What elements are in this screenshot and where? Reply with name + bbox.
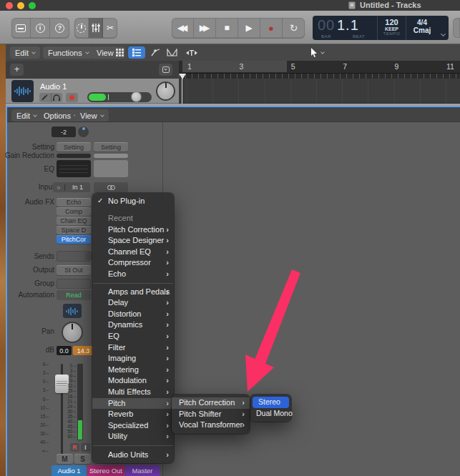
menu-item-filter[interactable]: Filter› <box>92 342 174 354</box>
ch2-setting-button[interactable]: Setting <box>94 142 128 152</box>
gain-knob[interactable] <box>78 127 89 137</box>
crossfade-button[interactable] <box>164 46 180 59</box>
bar-ruler[interactable]: 1357911 <box>179 61 460 79</box>
forward-button[interactable]: ▶▶ <box>194 18 216 38</box>
ch1-output-button[interactable]: St Out <box>57 265 91 275</box>
gain-value[interactable]: -2 <box>52 127 76 137</box>
submenu-arrow-icon: › <box>166 247 169 258</box>
cycle-button[interactable]: ↻ <box>283 18 305 38</box>
fx-slot-comp[interactable]: Comp <box>57 207 91 216</box>
record-button[interactable]: ● <box>260 18 283 38</box>
mixer-button[interactable] <box>89 18 103 38</box>
record-enable-button[interactable] <box>66 93 78 102</box>
ch1-eq-display[interactable] <box>57 160 91 177</box>
play-button[interactable]: ▶ <box>238 18 260 38</box>
list-view-button[interactable] <box>128 46 145 59</box>
menu-item-dynamics[interactable]: Dynamics› <box>92 319 174 331</box>
ch1-setting-button[interactable]: Setting <box>57 142 91 152</box>
snap-mode-button[interactable] <box>183 46 200 59</box>
ch1-input-button[interactable]: ○ In 1 <box>53 182 90 192</box>
submenu-item-pitch-shifter[interactable]: Pitch Shifter› <box>172 409 250 420</box>
fx-slot-pitchcor-selected[interactable]: PitchCor <box>57 235 91 244</box>
playhead-handle[interactable] <box>179 74 186 79</box>
inspector-button[interactable]: i <box>31 18 50 38</box>
solo-strip-button[interactable]: S <box>74 454 91 464</box>
menu-item-metering[interactable]: Metering› <box>92 365 174 376</box>
channel-name-master[interactable]: Master <box>125 465 160 476</box>
close-window-button[interactable] <box>6 2 13 9</box>
lcd-chevron-icon[interactable] <box>441 26 445 39</box>
submenu-item-dual-mono[interactable]: Dual Mono <box>250 408 291 420</box>
add-track-button[interactable]: + <box>10 64 24 76</box>
submenu-item-vocal-transformer[interactable]: Vocal Transformer› <box>172 420 250 431</box>
channel-name-stereo-out[interactable]: Stereo Out <box>87 465 124 476</box>
grid-view-button[interactable] <box>112 46 127 59</box>
submenu-item-stereo-selected[interactable]: Stereo <box>253 397 289 408</box>
menu-item-recent-channel-eq[interactable]: Channel EQ› <box>92 247 174 258</box>
tracks-functions-menu[interactable]: Functions <box>43 46 94 59</box>
track-name: Audio 1 <box>40 82 67 91</box>
peak-db-value[interactable]: 14.3 <box>73 346 94 355</box>
input-monitor-button[interactable]: I <box>81 443 90 452</box>
record-enable-strip-button[interactable]: R <box>70 443 79 452</box>
fx-slot-echo[interactable]: Echo <box>57 198 91 207</box>
pan-knob[interactable] <box>62 322 83 343</box>
menu-item-distortion[interactable]: Distortion› <box>92 309 174 320</box>
ch1-automation-button[interactable]: Read <box>57 290 91 300</box>
ch2-eq-display[interactable] <box>94 160 128 177</box>
menu-item-recent-pitch-correction[interactable]: Pitch Correction› <box>92 224 174 236</box>
rewind-button[interactable]: ◀◀ <box>172 18 194 38</box>
library-button[interactable] <box>11 18 31 38</box>
submenu-item-pitch-correction-highlighted[interactable]: Pitch Correction› <box>172 397 250 409</box>
menu-item-recent-space-designer[interactable]: Space Designer› <box>92 235 174 247</box>
track-pan-knob[interactable] <box>156 81 175 101</box>
input-mode-icon[interactable]: ○ <box>53 184 65 191</box>
stop-button[interactable]: ■ <box>216 18 238 38</box>
mixer-view-menu[interactable]: View <box>75 109 109 122</box>
automation-button[interactable] <box>148 46 162 59</box>
smart-controls-button[interactable] <box>74 18 89 38</box>
lcd-display[interactable]: 00 1.1 BAR BEAT 120 KEEP TEMPO 4/4 Cmaj <box>313 16 449 40</box>
menu-item-recent-echo[interactable]: Echo› <box>92 269 174 280</box>
track-header-audio-1[interactable]: Audio 1 <box>6 79 179 104</box>
menu-item-amps-and-pedals[interactable]: Amps and Pedals› <box>92 287 174 298</box>
menu-item-pitch-highlighted[interactable]: Pitch› <box>92 398 174 410</box>
volume-slider-thumb[interactable] <box>131 91 142 102</box>
waveform-icon <box>14 85 31 97</box>
menu-item-specialized[interactable]: Specialized› <box>92 420 174 432</box>
menu-item-no-plugin[interactable]: ✓No Plug-in <box>92 195 174 207</box>
pointer-tool-button[interactable] <box>305 46 329 59</box>
menu-item-multi-effects[interactable]: Multi Effects› <box>92 387 174 398</box>
menu-item-eq[interactable]: EQ› <box>92 331 174 342</box>
grid-icon <box>116 49 124 56</box>
menu-item-recent-compressor[interactable]: Compressor› <box>92 257 174 269</box>
mute-button[interactable]: M <box>57 454 73 464</box>
track-header-config-button[interactable] <box>159 64 172 76</box>
menu-item-reverb[interactable]: Reverb› <box>92 409 174 420</box>
help-button[interactable]: ? <box>50 18 69 38</box>
volume-db-value[interactable]: 0.0 <box>57 346 72 355</box>
ch2-input-button[interactable] <box>94 182 128 192</box>
menu-item-utility[interactable]: Utility› <box>92 431 174 442</box>
submenu-arrow-icon: › <box>242 420 245 431</box>
fx-slot-chan-eq[interactable]: Chan EQ <box>57 217 91 225</box>
menu-item-delay[interactable]: Delay› <box>92 297 174 309</box>
tracks-edit-menu[interactable]: Edit <box>10 46 40 59</box>
ch1-group-slot[interactable] <box>57 279 91 289</box>
solo-button[interactable] <box>52 93 63 102</box>
submenu-arrow-icon: › <box>166 269 169 280</box>
submenu-arrow-icon: › <box>242 409 245 420</box>
zoom-window-button[interactable] <box>29 2 36 9</box>
editors-button[interactable]: ✂ <box>103 18 117 38</box>
channel-name-audio-1[interactable]: Audio 1 <box>52 465 87 476</box>
menu-item-modulation[interactable]: Modulation› <box>92 375 174 387</box>
menu-item-imaging[interactable]: Imaging› <box>92 353 174 365</box>
track-lanes[interactable] <box>179 79 460 104</box>
mixer-edit-menu[interactable]: Edit <box>11 109 41 122</box>
menu-item-audio-units[interactable]: Audio Units› <box>92 449 174 460</box>
toolbar-right-partial-button[interactable] <box>453 18 460 38</box>
minimize-window-button[interactable] <box>17 2 24 9</box>
fx-slot-space-d[interactable]: Space D <box>57 226 91 234</box>
window-titlebar: Untitled - Tracks <box>0 0 460 11</box>
freeze-button[interactable] <box>39 93 52 102</box>
